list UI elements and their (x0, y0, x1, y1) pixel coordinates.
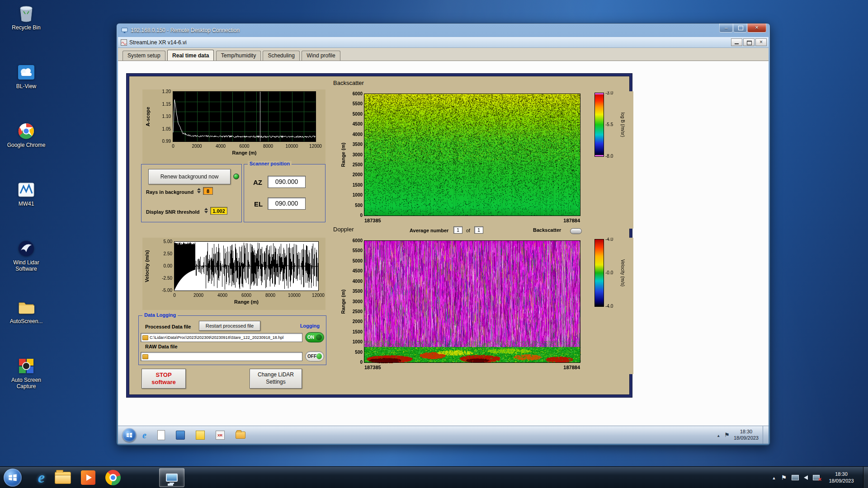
remote-notes-icon[interactable] (196, 431, 205, 440)
desktop-icon-recycle-bin[interactable]: Recycle Bin (5, 4, 48, 31)
show-desktop-button[interactable] (863, 467, 868, 488)
of-label: of (466, 228, 470, 233)
snr-threshold-value[interactable]: 1.002 (210, 207, 227, 215)
display-tray-icon[interactable] (792, 475, 799, 480)
desktop-icon-label: Auto Screen Capture (5, 377, 48, 390)
processed-data-file-label: Processed Data file (145, 324, 191, 329)
windows-flag-icon (126, 432, 132, 438)
desktop-icon-google-chrome[interactable]: Google Chrome (5, 121, 48, 149)
rays-spinner[interactable] (197, 188, 201, 195)
average-number-label: Average number (410, 228, 448, 233)
backscatter-toggle-label: Backscatter (533, 227, 561, 233)
path-browse-icon[interactable] (142, 354, 148, 359)
remote-clock[interactable]: 18:30 18/09/2023 (734, 429, 759, 441)
tab-page: Backscatter Doppler Average number 1 of … (118, 61, 769, 426)
raw-path-field[interactable] (141, 352, 302, 361)
backscatter-heatmap (340, 91, 633, 229)
rdp-client-area: StreamLine XR v14-6.vi System setup Real… (118, 37, 769, 444)
app-minimize-button[interactable] (731, 38, 742, 46)
recycle-bin-icon (16, 4, 36, 23)
taskbar: 18:30 18/09/2023 (0, 466, 868, 488)
data-logging-group: Data Logging Processed Data file Restart… (138, 315, 326, 365)
renew-led (233, 174, 239, 179)
network-icon[interactable] (813, 475, 820, 480)
path-browse-icon[interactable] (142, 335, 148, 340)
restart-processed-file-button[interactable]: Restart processed file (199, 321, 260, 331)
app-titlebar[interactable]: StreamLine XR v14-6.vi (118, 37, 769, 48)
start-button[interactable] (4, 469, 22, 487)
remote-streamline-icon[interactable] (216, 431, 225, 440)
velocity-graph (142, 238, 326, 310)
renew-background-button[interactable]: Renew background now (148, 169, 231, 184)
backscatter-doppler-toggle[interactable] (570, 228, 582, 234)
desktop-icon-label: MW41 (5, 201, 48, 207)
remote-taskbar: 18:30 18/09/2023 (118, 426, 769, 444)
rdp-maximize-button[interactable] (733, 23, 747, 33)
remote-action-center-icon[interactable] (724, 432, 730, 438)
taskbar-chrome-icon[interactable] (105, 470, 121, 485)
tab-temp-humidity[interactable]: Temp/humidity (216, 51, 261, 61)
remote-ie-icon[interactable] (142, 430, 146, 441)
raw-logging-toggle[interactable]: OFF (305, 351, 324, 361)
desktop-icon-label: Recycle Bin (5, 25, 48, 31)
az-value-field[interactable]: 090.000 (268, 176, 306, 188)
app-title: StreamLine XR v14-6.vi (129, 39, 187, 46)
app-restore-button[interactable] (743, 38, 755, 46)
taskbar-clock[interactable]: 18:30 18/09/2023 (825, 471, 858, 484)
remote-clock-date: 18/09/2023 (734, 435, 759, 441)
action-center-icon[interactable] (781, 474, 787, 481)
stop-software-button[interactable]: STOP software (142, 369, 186, 389)
background-group: Renew background now Rays in background … (141, 164, 242, 222)
taskbar-media-icon[interactable] (81, 470, 95, 485)
average-number-field[interactable]: 1 (453, 226, 462, 234)
doppler-heatmap (340, 238, 633, 374)
change-lidar-settings-button[interactable]: Change LiDAR Settings (250, 369, 302, 389)
screen-capture-icon (16, 356, 36, 376)
app-titlebar-icon (121, 39, 127, 46)
tab-real-time-data[interactable]: Real time data (167, 50, 214, 61)
taskbar-explorer-icon[interactable] (55, 472, 71, 484)
remote-show-desktop-button[interactable] (763, 426, 767, 444)
desktop-icon-label: Google Chrome (5, 142, 48, 149)
volume-icon[interactable] (804, 475, 808, 480)
processed-path-field[interactable]: C:\LidarA\Data\Proc\2023\202309\20230918… (141, 333, 302, 342)
tab-wind-profile[interactable]: Wind profile (302, 51, 340, 61)
desktop-icon-label: Wind Lidar Software (5, 260, 48, 272)
tab-system-setup[interactable]: System setup (123, 51, 165, 61)
remote-tray-expand-icon[interactable] (717, 432, 720, 438)
remote-app-icon[interactable] (176, 431, 185, 440)
taskbar-ie-icon[interactable] (38, 469, 45, 486)
average-total-field[interactable]: 1 (474, 226, 483, 234)
desktop-icon-label: AutoScreen... (5, 319, 48, 325)
processed-path-text: C:\LidarA\Data\Proc\2023\202309\20230918… (150, 335, 283, 340)
backscatter-title: Backscatter (333, 80, 364, 86)
snr-spinner[interactable] (204, 207, 208, 215)
remote-start-button[interactable] (123, 428, 136, 442)
a-scope-graph (142, 89, 326, 164)
remote-folder-icon[interactable] (236, 432, 245, 439)
rdp-close-button[interactable] (747, 23, 766, 33)
rays-in-background-value[interactable]: 8 (203, 187, 213, 195)
tab-scheduling[interactable]: Scheduling (263, 51, 299, 61)
rdp-minimize-button[interactable] (719, 23, 733, 33)
rdp-titlebar[interactable]: 192.168.0.150 - Remote Desktop Connectio… (117, 23, 770, 37)
chrome-icon (16, 121, 36, 141)
remote-notepad-icon[interactable] (157, 430, 165, 440)
rdp-monitor-icon (166, 474, 178, 482)
desktop-icon-label: BL-View (5, 84, 48, 90)
desktop-icon-auto-screen-capture[interactable]: Auto Screen Capture (5, 356, 48, 390)
folder-icon (16, 297, 36, 317)
desktop-icon-wind-lidar[interactable]: Wind Lidar Software (5, 239, 48, 272)
processed-logging-toggle[interactable]: ON (305, 332, 324, 343)
desktop-icon-mw41[interactable]: MW41 (5, 180, 48, 207)
tray-expand-icon[interactable] (772, 474, 776, 481)
rays-in-background-label: Rays in background (146, 189, 193, 195)
taskbar-rdp-button[interactable] (159, 468, 184, 487)
desktop-icon-autoscreen[interactable]: AutoScreen... (5, 297, 48, 325)
el-value-field[interactable]: 090.000 (268, 197, 306, 210)
data-logging-title: Data Logging (142, 312, 178, 318)
desktop-icon-bl-view[interactable]: BL-View (5, 62, 48, 90)
app-close-button[interactable] (755, 38, 767, 46)
raw-data-file-label: RAW Data file (145, 344, 178, 349)
toggle-knob (316, 334, 322, 340)
